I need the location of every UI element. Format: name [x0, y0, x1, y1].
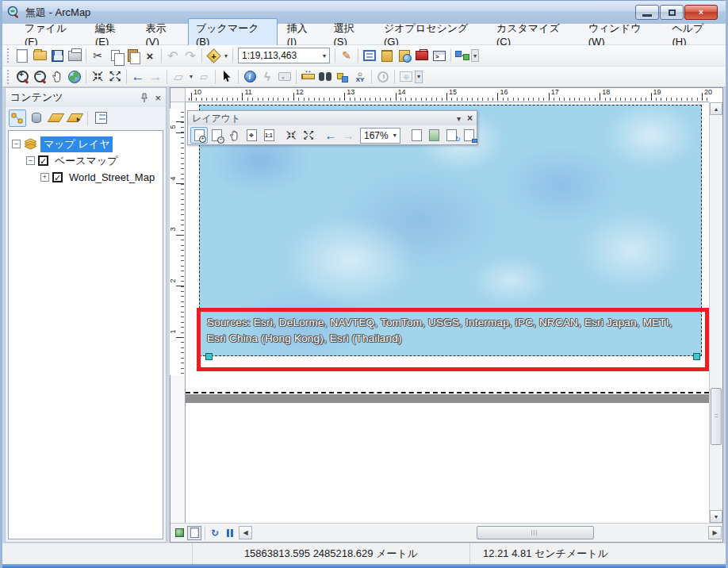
scroll-right-icon[interactable]: ▶: [708, 526, 722, 539]
list-by-selection-button[interactable]: [66, 109, 83, 127]
add-data-dropdown[interactable]: ▾: [222, 52, 230, 59]
toggle-draft-mode-button[interactable]: [408, 127, 426, 144]
editor-toolbar-button[interactable]: ✎: [338, 47, 355, 64]
identify-tool[interactable]: i: [241, 68, 259, 86]
tree-row-world-street-map[interactable]: + ✓ World_Street_Map: [12, 169, 163, 186]
horizontal-scrollbar[interactable]: ◀ ▶: [239, 526, 722, 539]
go-forward-extent-button[interactable]: →: [147, 68, 164, 86]
viewer-window-button[interactable]: ⊕: [397, 68, 415, 86]
measure-tool[interactable]: [299, 68, 316, 86]
map-scale-combo[interactable]: 1:19,113,463 ▾: [238, 48, 330, 63]
select-features-dropdown[interactable]: ▾: [187, 73, 195, 80]
python-window-button[interactable]: >: [431, 47, 448, 64]
catalog-button[interactable]: [378, 47, 396, 64]
scroll-left-icon[interactable]: ◀: [239, 526, 252, 539]
tree-label-basemap[interactable]: ベースマップ: [52, 153, 121, 169]
modelbuilder-button[interactable]: [454, 47, 471, 64]
arccatalog-button[interactable]: [396, 47, 413, 64]
contents-panel-header[interactable]: コンテンツ ×: [6, 88, 166, 107]
scroll-down-icon[interactable]: ▼: [710, 510, 722, 523]
time-slider-button[interactable]: [374, 68, 392, 86]
layout-go-back-extent-button[interactable]: ←: [322, 127, 339, 144]
layout-zoom-100-button[interactable]: 1:1: [260, 127, 278, 144]
layout-zoom-combo[interactable]: 167% ▾: [360, 128, 400, 144]
data-driven-pages-button[interactable]: [461, 127, 478, 144]
go-to-xy-button[interactable]: ⊙XY: [351, 68, 369, 86]
find-route-button[interactable]: [334, 68, 351, 86]
toolbar-overflow-button[interactable]: ▾: [415, 71, 423, 83]
pause-drawing-button[interactable]: [223, 526, 237, 540]
clear-selection-button[interactable]: ▱: [195, 68, 213, 86]
list-by-visibility-button[interactable]: [47, 109, 64, 127]
layout-go-forward-extent-button[interactable]: →: [339, 127, 357, 144]
layout-zoom-in-tool[interactable]: +: [190, 127, 208, 144]
paste-button[interactable]: [124, 47, 141, 64]
horizontal-scroll-thumb[interactable]: [477, 526, 594, 539]
print-button[interactable]: [66, 47, 83, 64]
undo-button[interactable]: ↶: [164, 47, 182, 64]
new-document-button[interactable]: [13, 47, 31, 64]
arctoolbox-button[interactable]: [413, 47, 431, 64]
change-layout-button[interactable]: ↻: [443, 127, 461, 144]
delete-button[interactable]: ×: [141, 47, 159, 64]
scale-dropdown-icon[interactable]: ▾: [318, 52, 326, 59]
find-tool[interactable]: [316, 68, 334, 86]
toolbar-overflow-button[interactable]: ▾: [471, 49, 479, 62]
contents-close-icon[interactable]: ×: [155, 93, 161, 103]
options-button[interactable]: [92, 109, 109, 127]
add-data-button[interactable]: [205, 47, 222, 64]
select-features-tool[interactable]: ▱: [170, 68, 187, 86]
hyperlink-tool[interactable]: ϟ: [259, 68, 276, 86]
list-by-drawing-order-button[interactable]: [9, 109, 26, 127]
tree-row-basemap[interactable]: − ✓ ベースマップ: [12, 152, 163, 169]
zoom-out-tool[interactable]: [31, 68, 48, 86]
scroll-up-icon[interactable]: ▲: [710, 102, 722, 115]
tree-row-map-layers[interactable]: − マップ レイヤ: [12, 136, 163, 152]
layout-view-button[interactable]: [187, 526, 201, 540]
cut-button[interactable]: ✂: [89, 47, 106, 64]
layout-toolbar-titlebar[interactable]: レイアウト ▾ ×: [188, 111, 477, 125]
layout-zoom-out-tool[interactable]: −: [208, 127, 225, 144]
open-button[interactable]: [31, 47, 48, 64]
tree-label-world-street-map[interactable]: World_Street_Map: [66, 171, 158, 184]
layout-toolbar-menu-icon[interactable]: ▾: [457, 114, 461, 123]
vertical-scrollbar[interactable]: ▲ ▼: [709, 102, 722, 523]
toolbar-grip[interactable]: [6, 48, 10, 63]
toolbar-grip[interactable]: [6, 70, 10, 84]
basemap-checkbox[interactable]: ✓: [38, 155, 48, 166]
collapse-expander-icon[interactable]: −: [26, 156, 35, 165]
zoom-in-tool[interactable]: [13, 68, 31, 86]
selection-handle-bottom-left[interactable]: [205, 353, 213, 360]
selection-handle-bottom-right[interactable]: [693, 353, 700, 360]
vertical-scroll-thumb[interactable]: [711, 388, 722, 445]
layout-toolbar-window[interactable]: レイアウト ▾ × + − ✥: [187, 110, 477, 145]
layout-zoom-dropdown-icon[interactable]: ▾: [389, 132, 397, 139]
full-extent-button[interactable]: [66, 68, 83, 86]
layout-toolbar-close-icon[interactable]: ×: [467, 113, 473, 124]
copy-button[interactable]: [106, 47, 124, 64]
pin-icon[interactable]: [140, 93, 148, 103]
collapse-expander-icon[interactable]: −: [12, 140, 21, 148]
table-of-contents-button[interactable]: [361, 47, 378, 64]
list-by-source-button[interactable]: [28, 109, 45, 127]
world-street-map-checkbox[interactable]: ✓: [52, 172, 63, 182]
html-popup-tool[interactable]: [276, 68, 293, 86]
focus-data-frame-button[interactable]: [426, 127, 443, 144]
layout-page-canvas[interactable]: Sources: Esri, DeLorme, NAVTEQ, TomTom, …: [186, 102, 709, 523]
layout-fixed-zoom-in-button[interactable]: ↘↙↗↖: [282, 127, 300, 144]
tree-label-map-layers[interactable]: マップ レイヤ: [40, 136, 113, 152]
redo-button[interactable]: ↷: [182, 47, 199, 64]
go-back-extent-button[interactable]: ←: [129, 68, 147, 86]
layout-zoom-whole-page-button[interactable]: ✥: [243, 127, 260, 144]
fixed-zoom-in-button[interactable]: ↘↙↗↖: [89, 68, 106, 86]
layout-pan-tool[interactable]: [225, 127, 243, 144]
expand-expander-icon[interactable]: +: [40, 173, 49, 182]
data-view-button[interactable]: [172, 526, 186, 540]
measure-ruler-icon: [301, 74, 315, 79]
select-elements-tool[interactable]: [218, 68, 236, 86]
refresh-view-button[interactable]: ↻: [208, 526, 222, 540]
pan-tool[interactable]: [48, 68, 66, 86]
save-button[interactable]: [48, 47, 66, 64]
layout-fixed-zoom-out-button[interactable]: ↖↗↙↘: [300, 127, 317, 144]
fixed-zoom-out-button[interactable]: ↖↗↙↘: [106, 68, 124, 86]
